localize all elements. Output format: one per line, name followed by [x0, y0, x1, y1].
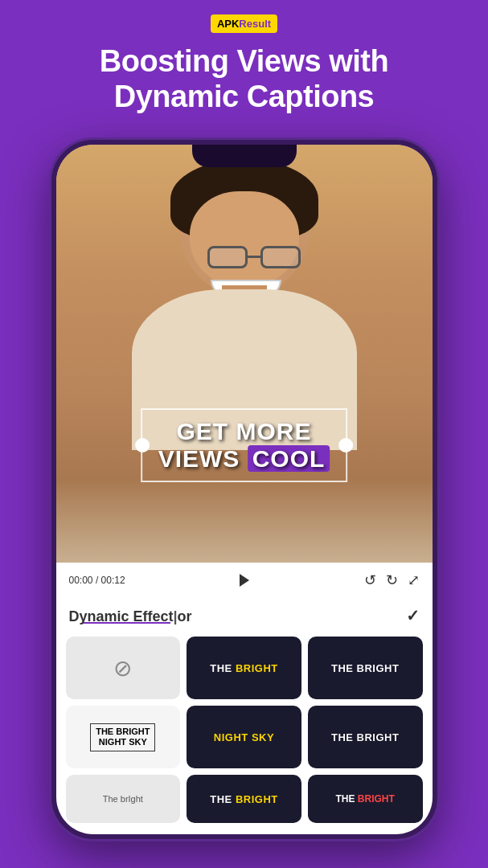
effect-night-sky[interactable]: NIGHT SKY — [187, 706, 301, 768]
effect-white-label: THE BRIGHT — [331, 662, 399, 674]
video-area: GET MORE VIEWS COOL — [56, 145, 433, 563]
caption-handle-right[interactable] — [338, 438, 353, 452]
caption-normal: VIEWS — [158, 445, 240, 472]
effect-white-outline-label: THE BRIGHT — [331, 731, 399, 743]
the-text: THE — [210, 662, 236, 674]
time-separator: / — [96, 575, 101, 586]
effects-grid: ⊘ THE BRIGHT THE BRIGHT THE BRIGHTNIGHT … — [56, 630, 433, 829]
effects-title: Dynamic Effect|or — [69, 608, 192, 624]
effects-header: Dynamic Effect|or ✓ — [56, 598, 433, 630]
caption-highlight: COOL — [248, 445, 330, 472]
check-button[interactable]: ✓ — [406, 606, 420, 625]
effect-none[interactable]: ⊘ — [66, 637, 181, 699]
phone-frame: GET MORE VIEWS COOL 00:00 / 00:12 ↺ ↻ ⤢ — [51, 140, 437, 839]
effect-partial-label: The brIght — [103, 794, 143, 804]
time-current: 00:00 — [69, 575, 93, 586]
effects-title-container: Dynamic Effect|or — [69, 608, 192, 624]
effect-boxed-label: THE BRIGHTNIGHT SKY — [90, 723, 155, 751]
glasses-right — [260, 246, 301, 268]
video-controls-bar: 00:00 / 00:12 ↺ ↻ ⤢ — [56, 563, 433, 598]
person-background — [56, 145, 433, 563]
caption-handle-left[interactable] — [135, 438, 150, 452]
the-text-2: THE — [210, 793, 236, 805]
the-part-red: THE — [335, 793, 357, 805]
person-head — [180, 167, 309, 296]
effect-yellow-bright[interactable]: THE BRIGHT — [187, 637, 301, 699]
effect-night-label: NIGHT SKY — [214, 731, 274, 743]
effect-white-dark[interactable]: THE BRIGHT — [308, 637, 423, 699]
caption-line2: VIEWS COOL — [158, 445, 330, 473]
headline-line2: Dynamic Captions — [114, 80, 375, 113]
effect-yellow-label-2: THE BRIGHT — [210, 793, 277, 805]
effect-yellow-bright-2[interactable]: THE BRIGHT — [187, 775, 301, 823]
phone-wrapper: GET MORE VIEWS COOL 00:00 / 00:12 ↺ ↻ ⤢ — [0, 140, 488, 839]
caption-overlay: GET MORE VIEWS COOL — [141, 408, 348, 482]
glasses-bridge — [248, 256, 260, 258]
apk-text: APK — [217, 18, 239, 30]
time-display: 00:00 / 00:12 — [69, 575, 125, 586]
effects-title-text: Dynamic Effect — [69, 608, 174, 624]
caption-line1: GET MORE — [158, 418, 330, 445]
person-glasses — [207, 246, 301, 272]
top-section: APKResult Boosting Views with Dynamic Ca… — [0, 0, 488, 122]
no-effect-icon: ⊘ — [113, 655, 132, 682]
bright-text-yellow: BRIGHT — [236, 662, 278, 674]
effects-section: Dynamic Effect|or ✓ ⊘ THE BRIGHT — [56, 598, 433, 834]
effect-boxed[interactable]: THE BRIGHTNIGHT SKY — [66, 706, 181, 768]
effect-white-outline[interactable]: THE BRIGHT — [308, 706, 423, 768]
play-icon — [240, 574, 249, 587]
effect-partial[interactable]: The brIght — [66, 775, 181, 823]
cursor-blink: | — [174, 608, 178, 624]
effect-red-label: THE BRIGHT — [335, 793, 394, 805]
undo-icon[interactable]: ↺ — [364, 571, 376, 589]
headline: Boosting Views with Dynamic Captions — [16, 44, 472, 114]
fullscreen-icon[interactable]: ⤢ — [408, 571, 420, 589]
effect-yellow-label: THE BRIGHT — [210, 662, 277, 674]
person-face — [190, 191, 299, 288]
glasses-left — [207, 246, 248, 268]
headline-line1: Boosting Views with — [100, 44, 388, 78]
effect-red-bright[interactable]: THE BRIGHT — [308, 775, 423, 823]
phone-notch — [192, 145, 297, 167]
redo-icon[interactable]: ↻ — [386, 571, 398, 589]
time-total: 00:12 — [101, 575, 125, 586]
bright-text-yellow-2: BRIGHT — [236, 793, 278, 805]
bright-red-text: BRIGHT — [358, 793, 395, 805]
play-button[interactable] — [233, 569, 256, 592]
result-text: Result — [239, 18, 271, 30]
apk-badge: APKResult — [211, 14, 277, 33]
